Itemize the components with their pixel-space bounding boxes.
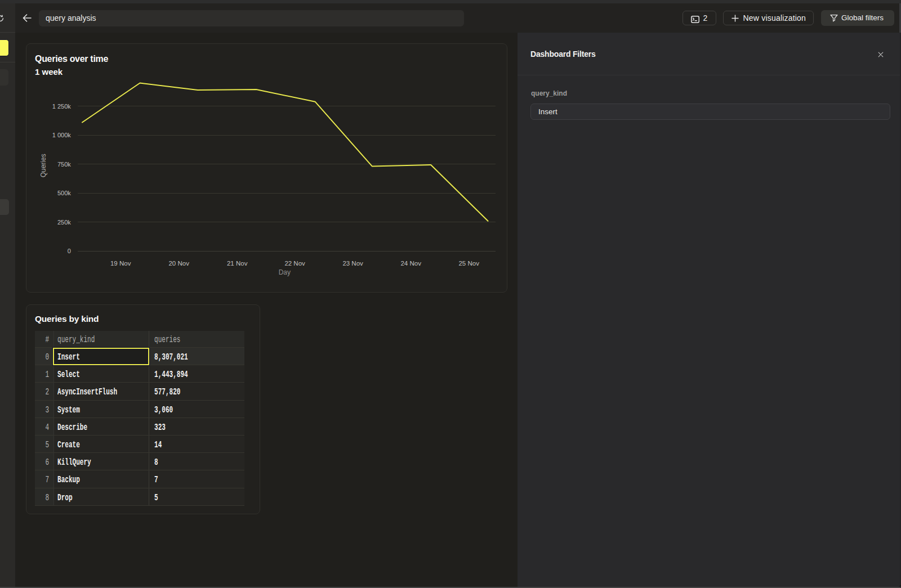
svg-text:750k: 750k xyxy=(57,161,71,168)
svg-text:22 Nov: 22 Nov xyxy=(284,260,305,267)
svg-text:23 Nov: 23 Nov xyxy=(342,260,363,267)
svg-text:500k: 500k xyxy=(57,190,71,196)
svg-text:20 Nov: 20 Nov xyxy=(168,260,189,267)
svg-text:0: 0 xyxy=(68,248,71,254)
svg-text:Day: Day xyxy=(279,268,291,276)
svg-text:1 000k: 1 000k xyxy=(52,132,72,138)
svg-text:24 Nov: 24 Nov xyxy=(400,260,421,267)
svg-text:25 Nov: 25 Nov xyxy=(458,260,479,267)
svg-text:Queries: Queries xyxy=(39,154,47,177)
svg-text:21 Nov: 21 Nov xyxy=(227,260,248,267)
svg-text:19 Nov: 19 Nov xyxy=(110,260,131,267)
svg-text:250k: 250k xyxy=(57,219,71,226)
svg-text:1 250k: 1 250k xyxy=(52,103,72,110)
